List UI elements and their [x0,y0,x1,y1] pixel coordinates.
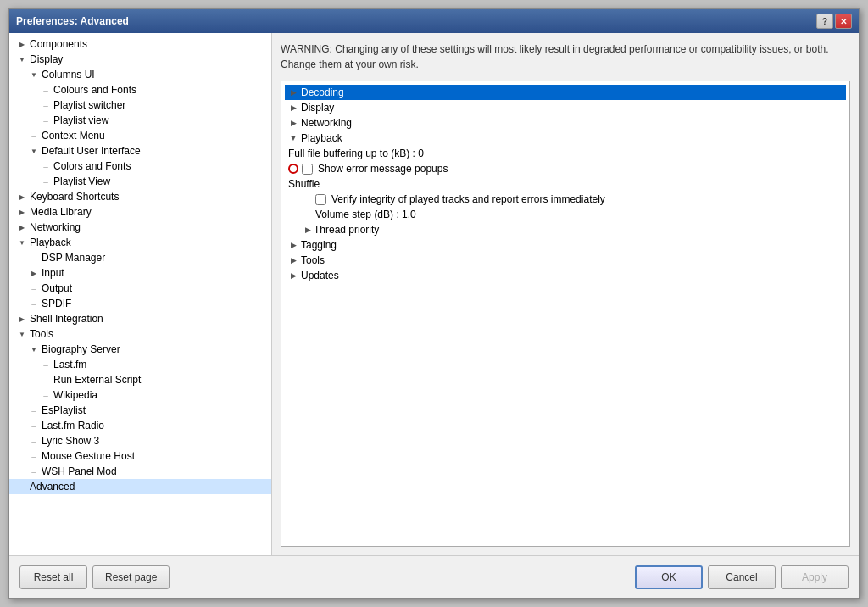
label-display: Display [28,53,63,65]
tree-item-shell[interactable]: Shell Integration [9,311,271,326]
r-tree-item-playback[interactable]: Playback [285,131,846,146]
arrow-esplaylist [28,404,40,416]
r-tree-item-updates[interactable]: Updates [285,268,846,283]
show-error-checkbox[interactable] [302,164,313,175]
arrow-dsp [28,252,40,264]
label-input: Input [40,267,64,279]
arrow-playlist-view-l2 [40,114,52,126]
arrow-components [16,38,28,50]
arrow-input [28,267,40,279]
r-arrow-display [288,103,298,113]
title-bar: Preferences: Advanced ? ✕ [9,9,859,33]
arrow-spdif [28,298,40,309]
bottom-left-buttons: Reset all Reset page [19,565,170,589]
r-arrow-updates [288,270,298,281]
r-label-decoding: Decoding [298,86,344,98]
verify-checkbox[interactable] [315,194,326,205]
thread-arrow: ▶ [305,226,311,234]
tree-item-playlist-switcher[interactable]: Playlist switcher [9,97,271,113]
label-biography: Biography Server [40,343,120,355]
ok-button[interactable]: OK [635,565,703,589]
arrow-biography [28,343,40,355]
r-tree-item-networking[interactable]: Networking [285,115,846,131]
reset-page-button[interactable]: Reset page [92,565,170,589]
reset-all-button[interactable]: Reset all [19,565,87,589]
arrow-display [16,53,28,65]
tree-item-columns-ui[interactable]: Columns UI [9,67,271,82]
label-colours-fonts: Colours and Fonts [52,84,136,96]
label-lastfm-radio: Last.fm Radio [40,420,104,432]
tree-item-default-ui[interactable]: Default User Interface [9,143,271,159]
r-arrow-decoding [288,87,298,97]
label-output: Output [40,282,72,294]
label-colors-fonts: Colors and Fonts [52,160,131,172]
thread-row[interactable]: ▶ Thread priority [285,222,846,237]
arrow-colours-fonts [40,84,52,96]
tree-item-spdif[interactable]: SPDIF [9,296,271,311]
bottom-bar: Reset all Reset page OK Cancel Apply [9,555,859,598]
tree-item-colours-fonts[interactable]: Colours and Fonts [9,82,271,97]
content-box: Decoding Display Networking Playback [281,81,850,547]
r-arrow-tools [288,255,298,265]
tree-item-tools[interactable]: Tools [9,326,271,342]
tree-item-biography[interactable]: Biography Server [9,342,271,357]
left-panel: Components Display Columns UI [9,33,272,555]
label-playlist-switcher: Playlist switcher [52,99,125,111]
arrow-lastfm-radio [28,420,40,432]
tree-item-output[interactable]: Output [9,281,271,296]
label-shell: Shell Integration [28,313,103,325]
arrow-media-library [16,206,28,218]
shuffle-label: Shuffle [288,178,320,190]
title-bar-buttons: ? ✕ [816,14,852,29]
arrow-mouse-gesture [28,450,40,462]
tree-item-components[interactable]: Components [9,36,271,52]
arrow-advanced [16,481,28,493]
tree-item-run-external[interactable]: Run External Script [9,372,271,387]
circle-marker [288,164,298,174]
tree-item-lyric-show[interactable]: Lyric Show 3 [9,433,271,448]
label-networking: Networking [28,221,81,233]
tree-item-advanced[interactable]: Advanced [9,479,271,494]
tree-item-display[interactable]: Display [9,52,271,67]
apply-button[interactable]: Apply [781,565,849,589]
buffering-label: Full file buffering up to (kB) : 0 [288,148,424,159]
r-tree-item-tools[interactable]: Tools [285,253,846,268]
label-mouse-gesture: Mouse Gesture Host [40,450,135,462]
arrow-wikipedia [40,389,52,401]
arrow-default-ui [28,145,40,157]
label-spdif: SPDIF [40,298,71,309]
label-lyric-show: Lyric Show 3 [40,435,99,447]
arrow-playlist-switcher [40,99,52,111]
verify-row: Verify integrity of played tracks and re… [285,192,846,207]
tree-item-mouse-gesture[interactable]: Mouse Gesture Host [9,448,271,464]
tree-item-keyboard-shortcuts[interactable]: Keyboard Shortcuts [9,189,271,204]
tree-item-input[interactable]: Input [9,265,271,281]
tree-item-lastfm-radio[interactable]: Last.fm Radio [9,418,271,433]
r-tree-item-tagging[interactable]: Tagging [285,237,846,253]
r-arrow-networking [288,118,298,128]
label-context-menu: Context Menu [40,130,105,142]
r-label-networking: Networking [298,117,352,129]
tree-item-media-library[interactable]: Media Library [9,204,271,220]
r-tree-item-decoding[interactable]: Decoding [285,85,846,100]
tree-item-networking[interactable]: Networking [9,220,271,235]
r-tree-item-display[interactable]: Display [285,100,846,115]
tree-item-lastfm[interactable]: Last.fm [9,357,271,372]
help-button[interactable]: ? [816,14,833,29]
label-esplaylist: EsPlaylist [40,404,86,416]
verify-label: Verify integrity of played tracks and re… [331,193,605,205]
tree-item-playlist-view[interactable]: Playlist View [9,174,271,189]
r-label-display: Display [298,102,334,114]
tree-item-playback[interactable]: Playback [9,235,271,250]
tree-item-context-menu[interactable]: Context Menu [9,128,271,143]
close-button[interactable]: ✕ [835,14,852,29]
label-playback: Playback [28,237,71,248]
tree-item-colors-fonts[interactable]: Colors and Fonts [9,159,271,174]
tree-item-wikipedia[interactable]: Wikipedia [9,387,271,403]
tree-item-esplaylist[interactable]: EsPlaylist [9,403,271,418]
cancel-button[interactable]: Cancel [708,565,776,589]
shuffle-row: Shuffle [285,176,846,192]
tree-item-wsh-panel[interactable]: WSH Panel Mod [9,464,271,479]
tree-item-playlist-view-l2[interactable]: Playlist view [9,113,271,128]
tree-item-dsp[interactable]: DSP Manager [9,250,271,265]
